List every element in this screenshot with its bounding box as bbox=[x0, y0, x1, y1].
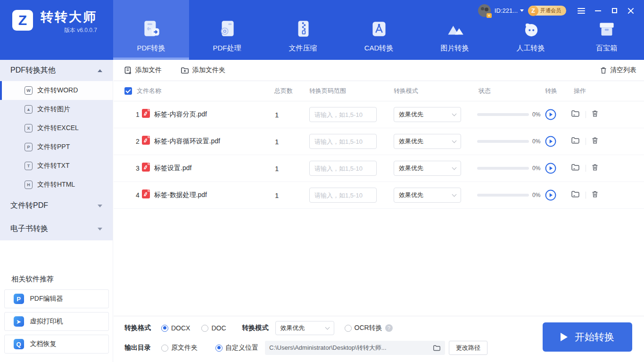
user-dropdown-caret-icon[interactable] bbox=[520, 9, 524, 12]
row-mode-select[interactable]: 效果优先 bbox=[394, 161, 461, 176]
recommend-pdf-editor[interactable]: P PDF编辑器 bbox=[4, 289, 109, 308]
sidebar-item-label: 文件转HTML bbox=[37, 181, 75, 189]
tab-file-compress[interactable]: 文件压缩 bbox=[265, 0, 341, 60]
radio-label: DOC bbox=[211, 324, 226, 332]
recommend-label: PDF编辑器 bbox=[30, 295, 63, 303]
tab-pdf-convert[interactable]: PDF转换 bbox=[113, 0, 189, 60]
select-all-checkbox[interactable] bbox=[124, 87, 132, 95]
output-path-field[interactable]: C:\Users\Administrator\Desktop\转转大师... bbox=[265, 341, 445, 355]
pdf-convert-icon bbox=[140, 18, 162, 41]
output-custom-radio[interactable]: 自定义位置 bbox=[215, 344, 258, 352]
html-doc-icon: H bbox=[25, 181, 33, 189]
start-row-convert-button[interactable] bbox=[545, 136, 556, 147]
sidebar-item-file-to-html[interactable]: H 文件转HTML bbox=[0, 175, 113, 194]
clear-list-button[interactable]: 清空列表 bbox=[600, 66, 636, 74]
delete-row-icon[interactable] bbox=[591, 110, 599, 120]
add-file-button[interactable]: 添加文件 bbox=[124, 66, 162, 74]
recommend-virtual-printer[interactable]: ➤ 虚拟打印机 bbox=[4, 312, 109, 331]
tab-label: PDF处理 bbox=[213, 44, 241, 53]
row-mode-select[interactable]: 效果优先 bbox=[394, 134, 461, 149]
progress-percent: 0% bbox=[532, 138, 540, 145]
header-actions: 操作 bbox=[574, 87, 586, 95]
toolbox-icon bbox=[596, 18, 618, 41]
total-pages: 1 bbox=[275, 111, 279, 119]
sidebar-item-file-to-txt[interactable]: T 文件转TXT bbox=[0, 156, 113, 175]
chevron-down-icon bbox=[452, 165, 457, 170]
close-icon[interactable] bbox=[627, 7, 635, 15]
play-icon bbox=[561, 333, 568, 341]
start-convert-label: 开始转换 bbox=[575, 330, 614, 344]
start-convert-button[interactable]: 开始转换 bbox=[543, 322, 632, 352]
sidebar-item-label: 文件转PPT bbox=[37, 143, 70, 151]
maximize-icon[interactable] bbox=[611, 7, 618, 15]
sidebar-section-file-to-pdf[interactable]: 文件转PDF bbox=[0, 194, 113, 217]
mode-value: 效果优先 bbox=[399, 110, 423, 119]
delete-row-icon[interactable] bbox=[591, 164, 599, 173]
sidebar: PDF转换其他 W 文件转WORD ▲ 文件转图片 X 文件转EXCEL P 文… bbox=[0, 60, 113, 362]
sidebar-item-label: 文件转TXT bbox=[37, 162, 69, 170]
action-divider bbox=[586, 192, 586, 199]
sidebar-item-file-to-ppt[interactable]: P 文件转PPT bbox=[0, 138, 113, 156]
start-row-convert-button[interactable] bbox=[545, 109, 556, 120]
user-id[interactable]: ID:221... bbox=[495, 7, 518, 14]
sidebar-item-label: 文件转EXCEL bbox=[37, 124, 79, 132]
pdf-file-icon bbox=[142, 109, 150, 120]
progress-percent: 0% bbox=[532, 192, 540, 198]
format-label: 转换格式 bbox=[124, 324, 151, 332]
sidebar-section-pdf-convert-other[interactable]: PDF转换其他 bbox=[0, 60, 113, 81]
open-folder-icon[interactable] bbox=[571, 137, 580, 147]
sidebar-section-ebook-convert[interactable]: 电子书转换 bbox=[0, 217, 113, 240]
delete-row-icon[interactable] bbox=[591, 190, 599, 200]
collapse-down-icon bbox=[98, 228, 102, 230]
row-mode-select[interactable]: 效果优先 bbox=[394, 188, 461, 203]
start-row-convert-button[interactable] bbox=[545, 163, 556, 174]
recommend-doc-recovery[interactable]: Q 文档恢复 bbox=[4, 335, 109, 354]
format-docx-radio[interactable]: DOCX bbox=[161, 324, 190, 332]
sidebar-item-file-to-word[interactable]: W 文件转WORD bbox=[0, 81, 113, 100]
radio-label: DOCX bbox=[171, 324, 190, 332]
txt-doc-icon: T bbox=[25, 162, 33, 170]
app-header: Z 转转大师 版本 v6.0.0.7 PDF转换 PDF处理 bbox=[0, 0, 644, 60]
tab-label: 人工转换 bbox=[517, 44, 545, 53]
window-controls bbox=[578, 7, 635, 15]
format-doc-radio[interactable]: DOC bbox=[201, 324, 226, 332]
radio-label: OCR转换 bbox=[355, 324, 382, 332]
radio-selected-icon bbox=[215, 345, 223, 352]
page-range-input[interactable] bbox=[309, 134, 377, 149]
file-name: 标签-数据处理.pdf bbox=[154, 191, 207, 199]
sidebar-item-file-to-excel[interactable]: X 文件转EXCEL bbox=[0, 119, 113, 138]
output-source-folder-radio[interactable]: 原文件夹 bbox=[161, 344, 198, 352]
tab-pdf-process[interactable]: PDF处理 bbox=[189, 0, 265, 60]
file-name: 标签设置.pdf bbox=[154, 164, 191, 173]
ocr-radio[interactable]: OCR转换 bbox=[345, 324, 382, 332]
user-avatar[interactable]: v bbox=[478, 4, 491, 17]
cad-convert-icon bbox=[368, 18, 390, 41]
add-folder-button[interactable]: 添加文件夹 bbox=[181, 66, 225, 74]
image-convert-icon bbox=[444, 18, 466, 41]
vip-upgrade-button[interactable]: Z 开通会员 bbox=[528, 6, 566, 16]
open-folder-icon[interactable] bbox=[571, 190, 580, 200]
folder-icon bbox=[433, 345, 441, 352]
vip-label: 开通会员 bbox=[540, 7, 561, 14]
delete-row-icon[interactable] bbox=[591, 137, 599, 147]
page-range-input[interactable] bbox=[309, 107, 377, 122]
change-path-button[interactable]: 更改路径 bbox=[449, 341, 487, 355]
page-range-input[interactable] bbox=[309, 188, 377, 203]
open-folder-icon[interactable] bbox=[571, 110, 580, 120]
chevron-down-icon bbox=[452, 138, 457, 143]
minimize-icon[interactable] bbox=[594, 7, 602, 15]
start-row-convert-button[interactable] bbox=[545, 189, 556, 201]
row-mode-select[interactable]: 效果优先 bbox=[394, 107, 461, 122]
page-range-input[interactable] bbox=[309, 161, 377, 176]
help-icon[interactable]: ? bbox=[385, 324, 393, 332]
tab-cad-convert[interactable]: CAD转换 bbox=[341, 0, 417, 60]
sidebar-item-file-to-image[interactable]: ▲ 文件转图片 bbox=[0, 100, 113, 119]
row-index: 4 bbox=[136, 191, 140, 199]
footer-mode-select[interactable]: 效果优先 bbox=[275, 321, 334, 335]
sidebar-item-label: 文件转WORD bbox=[37, 86, 78, 95]
sidebar-item-label: 文件转图片 bbox=[37, 105, 70, 114]
open-folder-icon[interactable] bbox=[571, 164, 580, 173]
menu-icon[interactable] bbox=[578, 7, 585, 15]
action-divider bbox=[586, 111, 586, 118]
collapse-up-icon bbox=[98, 69, 102, 72]
